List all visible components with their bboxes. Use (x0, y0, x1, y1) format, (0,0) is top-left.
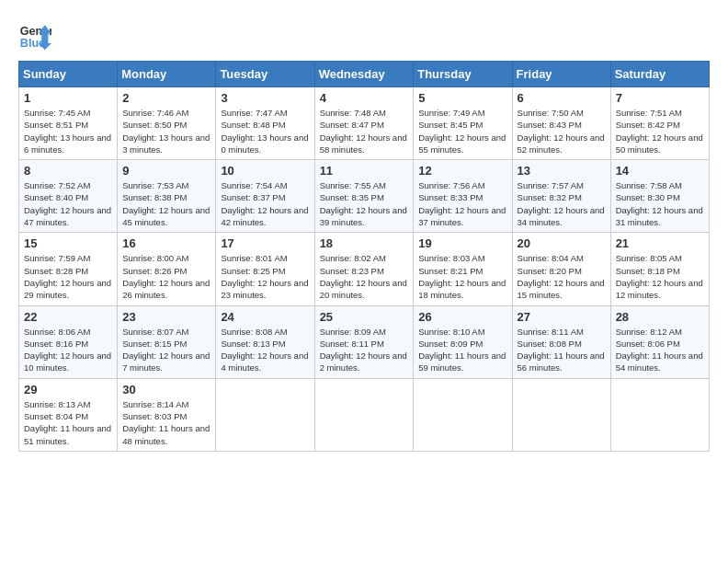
day-number: 3 (221, 91, 309, 105)
calendar-body: 1 Sunrise: 7:45 AM Sunset: 8:51 PM Dayli… (19, 87, 710, 452)
page-header: General Blue (18, 18, 710, 52)
calendar-cell: 29 Sunrise: 8:13 AM Sunset: 8:04 PM Dayl… (19, 378, 118, 451)
calendar-cell: 2 Sunrise: 7:46 AM Sunset: 8:50 PM Dayli… (118, 87, 216, 160)
calendar-cell: 22 Sunrise: 8:06 AM Sunset: 8:16 PM Dayl… (19, 305, 118, 378)
calendar-week-3: 15 Sunrise: 7:59 AM Sunset: 8:28 PM Dayl… (19, 233, 710, 305)
day-number: 17 (221, 236, 309, 250)
calendar-cell: 20 Sunrise: 8:04 AM Sunset: 8:20 PM Dayl… (512, 233, 610, 305)
day-info: Sunrise: 7:53 AM Sunset: 8:38 PM Dayligh… (122, 179, 210, 228)
day-number: 9 (122, 164, 210, 178)
day-info: Sunrise: 8:00 AM Sunset: 8:26 PM Dayligh… (122, 252, 210, 301)
day-number: 21 (616, 236, 704, 250)
day-number: 24 (221, 310, 309, 324)
day-info: Sunrise: 8:03 AM Sunset: 8:21 PM Dayligh… (418, 252, 506, 301)
day-number: 11 (320, 164, 409, 178)
calendar-week-2: 8 Sunrise: 7:52 AM Sunset: 8:40 PM Dayli… (19, 160, 710, 233)
weekday-header-thursday: Thursday (414, 62, 512, 87)
calendar-cell: 24 Sunrise: 8:08 AM Sunset: 8:13 PM Dayl… (216, 305, 314, 378)
calendar-cell: 9 Sunrise: 7:53 AM Sunset: 8:38 PM Dayli… (118, 160, 216, 233)
calendar-cell: 8 Sunrise: 7:52 AM Sunset: 8:40 PM Dayli… (19, 160, 118, 233)
day-info: Sunrise: 7:54 AM Sunset: 8:37 PM Dayligh… (221, 179, 309, 228)
calendar-cell: 23 Sunrise: 8:07 AM Sunset: 8:15 PM Dayl… (118, 305, 216, 378)
day-info: Sunrise: 7:59 AM Sunset: 8:28 PM Dayligh… (24, 252, 112, 301)
weekday-header-tuesday: Tuesday (216, 62, 314, 87)
calendar-cell: 15 Sunrise: 7:59 AM Sunset: 8:28 PM Dayl… (19, 233, 118, 305)
day-info: Sunrise: 7:52 AM Sunset: 8:40 PM Dayligh… (24, 179, 112, 228)
day-number: 27 (518, 310, 606, 324)
calendar-week-4: 22 Sunrise: 8:06 AM Sunset: 8:16 PM Dayl… (19, 305, 710, 378)
calendar-cell (216, 378, 314, 451)
day-info: Sunrise: 7:56 AM Sunset: 8:33 PM Dayligh… (418, 179, 506, 228)
calendar-cell: 10 Sunrise: 7:54 AM Sunset: 8:37 PM Dayl… (216, 160, 314, 233)
calendar-week-5: 29 Sunrise: 8:13 AM Sunset: 8:04 PM Dayl… (19, 378, 710, 451)
calendar-cell: 4 Sunrise: 7:48 AM Sunset: 8:47 PM Dayli… (314, 87, 414, 160)
day-info: Sunrise: 7:47 AM Sunset: 8:48 PM Dayligh… (221, 107, 309, 155)
day-number: 4 (320, 91, 409, 105)
calendar-cell: 7 Sunrise: 7:51 AM Sunset: 8:42 PM Dayli… (610, 87, 709, 160)
calendar-cell: 19 Sunrise: 8:03 AM Sunset: 8:21 PM Dayl… (414, 233, 512, 305)
calendar-cell: 5 Sunrise: 7:49 AM Sunset: 8:45 PM Dayli… (414, 87, 512, 160)
day-number: 14 (616, 164, 704, 178)
calendar-cell: 28 Sunrise: 8:12 AM Sunset: 8:06 PM Dayl… (610, 305, 709, 378)
day-number: 28 (616, 310, 704, 324)
day-info: Sunrise: 7:48 AM Sunset: 8:47 PM Dayligh… (320, 107, 409, 155)
calendar-cell: 1 Sunrise: 7:45 AM Sunset: 8:51 PM Dayli… (19, 87, 118, 160)
calendar-cell (512, 378, 610, 451)
weekday-header-wednesday: Wednesday (314, 62, 414, 87)
calendar-cell: 30 Sunrise: 8:14 AM Sunset: 8:03 PM Dayl… (118, 378, 216, 451)
day-number: 2 (122, 91, 210, 105)
calendar-cell (414, 378, 512, 451)
weekday-header-saturday: Saturday (610, 62, 709, 87)
svg-text:Blue: Blue (20, 37, 45, 50)
day-number: 1 (24, 91, 112, 105)
day-info: Sunrise: 8:04 AM Sunset: 8:20 PM Dayligh… (518, 252, 606, 301)
calendar-cell: 14 Sunrise: 7:58 AM Sunset: 8:30 PM Dayl… (610, 160, 709, 233)
day-info: Sunrise: 7:46 AM Sunset: 8:50 PM Dayligh… (122, 107, 210, 155)
calendar-cell: 11 Sunrise: 7:55 AM Sunset: 8:35 PM Dayl… (314, 160, 414, 233)
day-info: Sunrise: 8:08 AM Sunset: 8:13 PM Dayligh… (221, 326, 309, 374)
day-number: 22 (24, 310, 112, 324)
calendar-cell: 25 Sunrise: 8:09 AM Sunset: 8:11 PM Dayl… (314, 305, 414, 378)
day-number: 26 (418, 310, 506, 324)
calendar-cell: 13 Sunrise: 7:57 AM Sunset: 8:32 PM Dayl… (512, 160, 610, 233)
calendar-cell: 6 Sunrise: 7:50 AM Sunset: 8:43 PM Dayli… (512, 87, 610, 160)
day-info: Sunrise: 8:01 AM Sunset: 8:25 PM Dayligh… (221, 252, 309, 301)
day-number: 13 (518, 164, 606, 178)
day-number: 20 (518, 236, 606, 250)
day-info: Sunrise: 7:57 AM Sunset: 8:32 PM Dayligh… (518, 179, 606, 228)
day-number: 18 (320, 236, 409, 250)
calendar-cell (314, 378, 414, 451)
day-info: Sunrise: 8:02 AM Sunset: 8:23 PM Dayligh… (320, 252, 409, 301)
day-number: 23 (122, 310, 210, 324)
day-number: 12 (418, 164, 506, 178)
day-number: 6 (518, 91, 606, 105)
day-info: Sunrise: 7:58 AM Sunset: 8:30 PM Dayligh… (616, 179, 704, 228)
calendar-week-1: 1 Sunrise: 7:45 AM Sunset: 8:51 PM Dayli… (19, 87, 710, 160)
calendar-cell: 12 Sunrise: 7:56 AM Sunset: 8:33 PM Dayl… (414, 160, 512, 233)
logo: General Blue (18, 18, 51, 52)
day-info: Sunrise: 8:10 AM Sunset: 8:09 PM Dayligh… (418, 326, 506, 374)
day-info: Sunrise: 7:50 AM Sunset: 8:43 PM Dayligh… (518, 107, 606, 155)
day-number: 29 (24, 383, 112, 396)
day-info: Sunrise: 7:45 AM Sunset: 8:51 PM Dayligh… (24, 107, 112, 155)
calendar-cell: 17 Sunrise: 8:01 AM Sunset: 8:25 PM Dayl… (216, 233, 314, 305)
calendar-cell: 18 Sunrise: 8:02 AM Sunset: 8:23 PM Dayl… (314, 233, 414, 305)
calendar-cell: 26 Sunrise: 8:10 AM Sunset: 8:09 PM Dayl… (414, 305, 512, 378)
day-number: 10 (221, 164, 309, 178)
calendar-cell: 27 Sunrise: 8:11 AM Sunset: 8:08 PM Dayl… (512, 305, 610, 378)
day-number: 25 (320, 310, 409, 324)
day-info: Sunrise: 7:51 AM Sunset: 8:42 PM Dayligh… (616, 107, 704, 155)
day-number: 30 (122, 383, 210, 396)
day-number: 5 (418, 91, 506, 105)
weekday-header-sunday: Sunday (19, 62, 118, 87)
day-number: 7 (616, 91, 704, 105)
day-info: Sunrise: 8:06 AM Sunset: 8:16 PM Dayligh… (24, 326, 112, 374)
calendar-table: SundayMondayTuesdayWednesdayThursdayFrid… (18, 61, 710, 452)
day-info: Sunrise: 8:07 AM Sunset: 8:15 PM Dayligh… (122, 326, 210, 374)
day-info: Sunrise: 8:14 AM Sunset: 8:03 PM Dayligh… (122, 398, 210, 447)
day-info: Sunrise: 7:49 AM Sunset: 8:45 PM Dayligh… (418, 107, 506, 155)
weekday-header-friday: Friday (512, 62, 610, 87)
day-info: Sunrise: 8:12 AM Sunset: 8:06 PM Dayligh… (616, 326, 704, 374)
calendar-cell: 16 Sunrise: 8:00 AM Sunset: 8:26 PM Dayl… (118, 233, 216, 305)
day-info: Sunrise: 8:05 AM Sunset: 8:18 PM Dayligh… (616, 252, 704, 301)
